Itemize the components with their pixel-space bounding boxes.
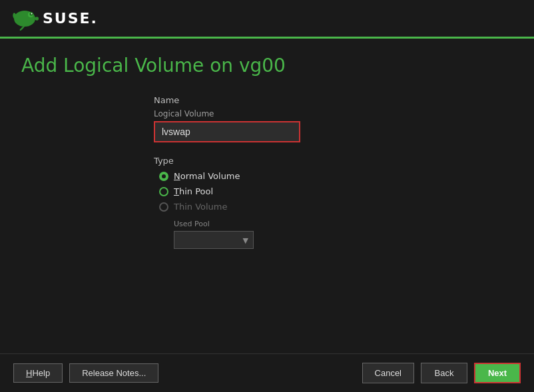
type-section: Type Normal Volume Thin Pool	[154, 156, 380, 249]
used-pool-section: Used Pool ▼	[174, 220, 380, 249]
pool-select-wrapper: ▼	[174, 231, 254, 249]
next-button[interactable]: Next	[474, 363, 521, 383]
svg-point-4	[31, 13, 33, 14]
footer-left: HHelp Release Notes...	[13, 363, 158, 383]
radio-normal-dot	[159, 172, 168, 181]
cancel-button[interactable]: Cancel	[362, 363, 414, 383]
logical-volume-input[interactable]	[154, 121, 300, 142]
radio-thin-volume-label: Thin Volume	[174, 202, 228, 212]
used-pool-label: Used Pool	[174, 220, 380, 228]
release-notes-button[interactable]: Release Notes...	[69, 363, 158, 383]
suse-logo-text: SUSE.	[43, 10, 98, 27]
form-container: Name Logical Volume Type Normal Volume	[21, 95, 513, 343]
name-section-label: Name	[154, 95, 380, 105]
name-section: Name Logical Volume	[154, 95, 380, 142]
radio-thin-volume[interactable]: Thin Volume	[159, 202, 380, 212]
form-inner: Name Logical Volume Type Normal Volume	[154, 95, 380, 249]
radio-normal-volume[interactable]: Normal Volume	[159, 171, 380, 181]
radio-thin-pool-label: Thin Pool	[174, 186, 213, 196]
pool-select[interactable]	[174, 231, 254, 249]
radio-group: Normal Volume Thin Pool Thin Volume	[159, 171, 380, 249]
radio-thin-volume-dot	[159, 202, 168, 212]
radio-normal-label: Normal Volume	[174, 171, 240, 181]
suse-logo: SUSE.	[11, 7, 98, 31]
logical-volume-label: Logical Volume	[154, 109, 380, 118]
footer: HHelp Release Notes... Cancel Back Next	[0, 353, 534, 392]
radio-thin-pool[interactable]: Thin Pool	[159, 186, 380, 196]
header: SUSE.	[0, 0, 534, 39]
help-button[interactable]: HHelp	[13, 363, 63, 383]
back-button[interactable]: Back	[421, 363, 467, 383]
main-content: Add Logical Volume on vg00 Name Logical …	[0, 39, 534, 353]
type-section-label: Type	[154, 156, 380, 166]
suse-chameleon-icon	[11, 7, 39, 31]
page-title: Add Logical Volume on vg00	[21, 55, 513, 77]
footer-right: Cancel Back Next	[362, 363, 521, 383]
radio-thin-pool-dot	[159, 187, 168, 196]
